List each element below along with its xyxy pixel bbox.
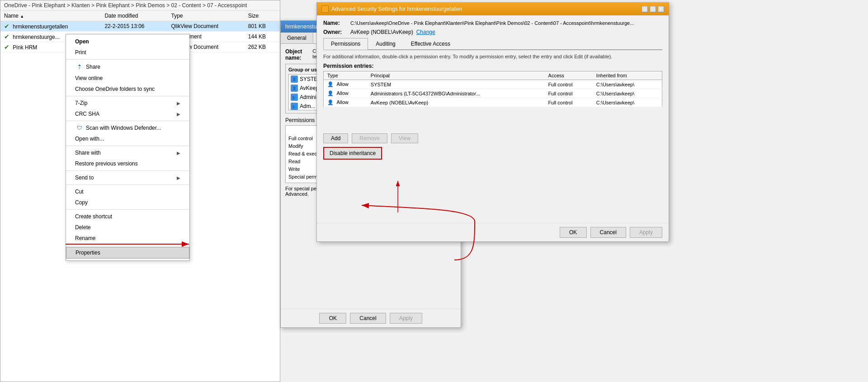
file-name: ✔ hrmkenenstuurgetallen <box>0 21 101 32</box>
adv-window-controls: ─ □ ✕ <box>642 6 664 12</box>
context-menu-cut[interactable]: Cut <box>66 186 189 197</box>
perm-entry-row[interactable]: 👤 Allow AvKeep (NOBEL\AvKeep) Full contr… <box>324 98 662 107</box>
cancel-button[interactable]: Cancel <box>350 313 386 324</box>
apply-button[interactable]: Apply <box>390 313 422 324</box>
perm-entry-row[interactable]: 👤 Allow SYSTEM Full control C:\Users\avk… <box>324 80 662 89</box>
owner-label: Owner: <box>323 29 350 35</box>
file-size: 262 KB <box>245 42 280 52</box>
context-menu-properties[interactable]: Properties <box>66 247 189 259</box>
arrow-icon: ▶ <box>177 101 180 106</box>
perm-entry-row[interactable]: 👤 Allow Administrators (LT-5CG4372WBG\Ad… <box>324 89 662 98</box>
col-size[interactable]: Size <box>245 11 280 21</box>
adv-actions: Add Remove View <box>323 133 662 143</box>
file-type: QlikView Document <box>168 21 245 32</box>
name-value: C:\Users\avkeep\OneDrive - Pink Elephant… <box>350 20 634 26</box>
defender-icon: 🛡 <box>75 125 84 131</box>
context-menu-share-with[interactable]: Share with ▶ <box>66 147 189 158</box>
context-menu-copy[interactable]: Copy <box>66 197 189 208</box>
perm-info-text: For additional information, double-click… <box>323 54 662 59</box>
context-menu-print[interactable]: Print <box>66 47 189 58</box>
remove-button[interactable]: Remove <box>352 133 387 143</box>
adv-title-area: Advanced Security Settings for hrmkenens… <box>321 5 462 13</box>
ok-button[interactable]: OK <box>319 313 346 324</box>
context-menu-7zip[interactable]: 7-Zip ▶ <box>66 98 189 108</box>
adv-minimize-button[interactable]: ─ <box>642 6 648 12</box>
perm-principal: Administrators (LT-5CG4372WBG\Administra… <box>367 89 545 98</box>
col-access: Access <box>545 71 593 80</box>
perm-access: Full control <box>545 80 593 89</box>
tab-general[interactable]: General <box>281 33 313 43</box>
adv-maximize-button[interactable]: □ <box>650 6 656 12</box>
tab-auditing[interactable]: Auditing <box>368 38 403 49</box>
context-menu-open-with[interactable]: Open with... <box>66 133 189 144</box>
context-menu-view-online[interactable]: View online <box>66 73 189 84</box>
user-icon: 👤 <box>327 81 334 87</box>
context-menu-defender[interactable]: 🛡 Scan with Windows Defender... <box>66 123 189 133</box>
table-row[interactable]: ✔ hrmkenenstuurgetallen 22-2-2015 13:06 … <box>0 21 280 32</box>
user-icon: 👤 <box>291 75 298 83</box>
perm-type: 👤 Allow <box>324 89 367 98</box>
col-type: Type <box>324 71 367 80</box>
perm-type: 👤 Allow <box>324 98 367 107</box>
adv-title-icon <box>321 5 329 13</box>
file-size: 801 KB <box>245 21 280 32</box>
context-menu-create-shortcut[interactable]: Create shortcut <box>66 211 189 222</box>
share-icon: ⇡ <box>75 63 84 71</box>
user-icon: 👥 <box>291 103 298 110</box>
file-size: 144 KB <box>245 32 280 42</box>
perm-access: Full control <box>545 98 593 107</box>
file-date: 22-2-2015 13:06 <box>101 21 167 32</box>
perm-access: Full control <box>545 89 593 98</box>
col-inherited: Inherited from <box>593 71 662 80</box>
adv-ok-button[interactable]: OK <box>560 227 587 238</box>
owner-row: Owner: AvKeep (NOBEL\AvKeep) Change <box>323 29 662 35</box>
owner-value: AvKeep (NOBEL\AvKeep) <box>350 29 413 35</box>
adv-close-button[interactable]: ✕ <box>658 6 664 12</box>
object-name-label: Object name: <box>285 48 312 61</box>
col-date[interactable]: Date modified <box>101 11 167 21</box>
advanced-security-dialog: Advanced Security Settings for hrmkenens… <box>316 2 669 242</box>
adv-tabs: Permissions Auditing Effective Access <box>323 38 662 50</box>
add-button[interactable]: Add <box>323 133 348 143</box>
context-menu-send-to[interactable]: Send to ▶ <box>66 172 189 183</box>
breadcrumb: OneDrive - Pink Elephant > Klanten > Pin… <box>0 0 280 11</box>
user-icon: 👤 <box>291 85 298 92</box>
adv-cancel-button[interactable]: Cancel <box>590 227 626 238</box>
disable-inheritance-button[interactable]: Disable inheritance <box>323 147 382 160</box>
perm-inherited: C:\Users\avkeep\ <box>593 80 662 89</box>
perm-table-container: Type Principal Access Inherited from 👤 A… <box>323 71 662 130</box>
arrow-icon: ▶ <box>177 112 180 117</box>
context-menu-delete[interactable]: Delete <box>66 222 189 233</box>
name-row: Name: C:\Users\avkeep\OneDrive - Pink El… <box>323 20 662 26</box>
tab-permissions[interactable]: Permissions <box>323 38 368 50</box>
perm-type: 👤 Allow <box>324 80 367 89</box>
col-name[interactable]: Name ▲ <box>0 11 101 21</box>
props-footer: OK Cancel Apply <box>281 309 461 327</box>
adv-content: Name: C:\Users\avkeep\OneDrive - Pink El… <box>317 15 669 164</box>
adv-title: Advanced Security Settings for hrmkenens… <box>331 6 462 12</box>
perm-principal: SYSTEM <box>367 80 545 89</box>
context-menu-restore-versions[interactable]: Restore previous versions <box>66 158 189 169</box>
perm-inherited: C:\Users\avkeep\ <box>593 89 662 98</box>
breadcrumb-text: OneDrive - Pink Elephant > Klanten > Pin… <box>4 2 247 9</box>
change-link[interactable]: Change <box>416 29 435 35</box>
context-menu: Open Print ⇡ Share View online Choose On… <box>66 34 190 261</box>
perm-entries-label: Permission entries: <box>323 63 662 69</box>
adv-titlebar: Advanced Security Settings for hrmkenens… <box>317 3 669 15</box>
name-label: Name: <box>323 20 350 26</box>
user-icon: 👤 <box>327 99 334 105</box>
tab-effective-access[interactable]: Effective Access <box>403 38 458 49</box>
col-type[interactable]: Type <box>168 11 245 21</box>
context-menu-share[interactable]: ⇡ Share <box>66 61 189 73</box>
arrow-icon: ▶ <box>177 175 180 180</box>
perm-inherited: C:\Users\avkeep\ <box>593 98 662 107</box>
user-icon: 👤 <box>327 90 334 96</box>
arrow-icon: ▶ <box>177 151 180 156</box>
context-menu-crcsha[interactable]: CRC SHA ▶ <box>66 108 189 119</box>
view-button[interactable]: View <box>391 133 418 143</box>
context-menu-open[interactable]: Open <box>66 36 189 47</box>
context-menu-rename[interactable]: Rename <box>66 233 189 244</box>
context-menu-onedrive-sync[interactable]: Choose OneDrive folders to sync <box>66 84 189 94</box>
adv-footer: OK Cancel Apply <box>317 223 669 241</box>
adv-apply-button[interactable]: Apply <box>630 227 662 238</box>
